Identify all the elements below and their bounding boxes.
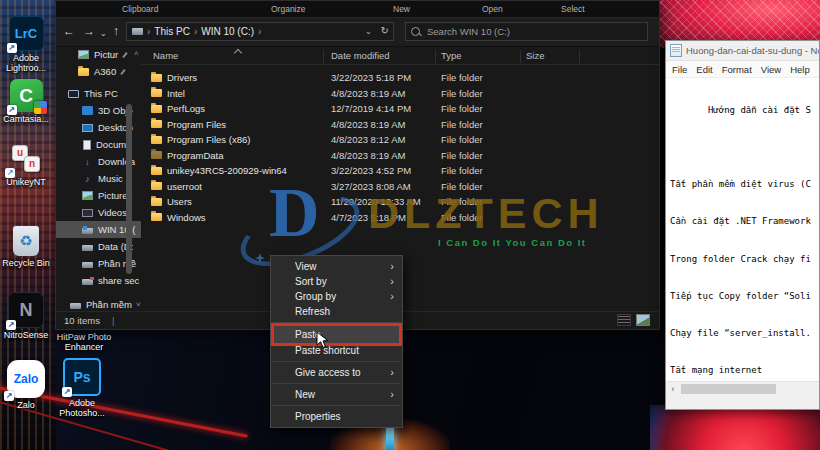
table-row[interactable]: Users 11/29/2020 12:33 AM File folder bbox=[141, 194, 659, 210]
menu-view[interactable]: View bbox=[761, 64, 781, 75]
photoshop-glyph: Ps bbox=[73, 369, 90, 385]
notepad-icon bbox=[670, 44, 682, 57]
column-header-size[interactable]: Size bbox=[526, 50, 544, 61]
desktop-icon-nitrosense[interactable]: N ↗ NitroSense bbox=[0, 292, 52, 340]
sidebar-item-phan-mem-network[interactable]: Phần mềm ˅ bbox=[56, 296, 141, 312]
table-row[interactable]: ProgramData 4/8/2023 8:19 AM File folder bbox=[141, 148, 659, 164]
desktop-icon-unikey[interactable]: u n ↗ UnikeyNT bbox=[0, 145, 52, 187]
thumbnail-view-button[interactable] bbox=[636, 314, 650, 326]
breadcrumb-chevron-icon: › bbox=[258, 26, 261, 37]
menu-separator bbox=[272, 361, 401, 362]
desktop-icon-hitpaw[interactable]: HitPaw Photo Enhancer bbox=[56, 330, 112, 352]
address-dropdown-chevron-icon[interactable]: ⌄ bbox=[365, 27, 372, 36]
forward-button[interactable]: → bbox=[83, 24, 95, 38]
table-row[interactable]: Program Files (x86) 4/8/2023 8:12 AM Fil… bbox=[141, 132, 659, 148]
scroll-left-arrow-icon[interactable]: ‹ bbox=[666, 382, 680, 396]
ribbon-group-open[interactable]: Open bbox=[482, 4, 503, 14]
menu-item-paste[interactable]: Paste bbox=[271, 326, 402, 343]
menu-help[interactable]: Help bbox=[790, 64, 810, 75]
text-line bbox=[670, 141, 819, 153]
sidebar-item-share-sec[interactable]: share sec bbox=[56, 272, 141, 289]
breadcrumb[interactable]: › This PC › WIN 10 (C:) › ⌄ ↻ bbox=[126, 22, 394, 41]
ribbon-group-organize[interactable]: Organize bbox=[271, 4, 306, 14]
up-button[interactable]: ↑ bbox=[113, 24, 119, 38]
unikey-icon: u n ↗ bbox=[8, 145, 44, 175]
camtasia-icon: C ↗ bbox=[10, 79, 43, 112]
notepad-text-area[interactable]: Hướng dẫn cài đặt S Tất phần mềm diệt vi… bbox=[666, 77, 819, 382]
context-menu: View › Sort by › Group by › Refresh Past… bbox=[270, 255, 403, 428]
recycle-bin-icon: ♻ bbox=[13, 226, 39, 256]
column-header-name[interactable]: Name bbox=[153, 50, 178, 61]
pin-icon bbox=[122, 52, 128, 58]
menu-item-new[interactable]: New › bbox=[271, 387, 402, 402]
ribbon-group-select[interactable]: Select bbox=[561, 4, 585, 14]
breadcrumb-drive[interactable]: WIN 10 (C:) bbox=[201, 26, 254, 37]
column-header-type[interactable]: Type bbox=[441, 50, 462, 61]
menu-item-refresh[interactable]: Refresh bbox=[271, 304, 402, 319]
icon-label: Adobe Lightroo... bbox=[0, 53, 52, 73]
this-pc-icon bbox=[68, 90, 79, 98]
table-row[interactable]: Drivers 3/22/2023 5:18 PM File folder bbox=[141, 70, 659, 86]
chevron-down-icon: ˅ bbox=[136, 300, 141, 309]
breadcrumb-this-pc[interactable]: This PC bbox=[154, 26, 190, 37]
shortcut-arrow-icon: ↗ bbox=[62, 387, 72, 397]
videos-icon bbox=[82, 209, 93, 217]
desktop-icon-photoshop[interactable]: Ps ↗ Adobe Photosho... bbox=[56, 358, 108, 418]
notepad-title-bar[interactable]: Huong-dan-cai-dat-su-dung - Note bbox=[666, 41, 819, 61]
keycap-icon: n bbox=[24, 156, 40, 172]
desktop-icon-recycle-bin[interactable]: ♻ Recycle Bin bbox=[0, 226, 52, 268]
refresh-icon[interactable]: ↻ bbox=[381, 25, 389, 36]
search-input[interactable] bbox=[425, 25, 642, 38]
details-view-button[interactable] bbox=[617, 314, 631, 326]
desktop: LrC ↗ Adobe Lightroo... C ↗ Camtasia... … bbox=[0, 0, 820, 450]
sidebar-item-pictures-quick[interactable]: Pictur bbox=[56, 46, 141, 63]
icon-label: Zalo bbox=[0, 400, 52, 410]
table-row[interactable]: PerfLogs 12/7/2019 4:14 PM File folder bbox=[141, 101, 659, 117]
ribbon-group-new[interactable]: New bbox=[393, 4, 410, 14]
music-icon: ♪ bbox=[82, 174, 93, 184]
table-row[interactable]: Windows 4/7/2023 5:18 PM File folder bbox=[141, 210, 659, 226]
menu-item-group-by[interactable]: Group by › bbox=[271, 289, 402, 304]
sidebar-scrollbar[interactable] bbox=[126, 104, 132, 274]
desktop-icon-camtasia[interactable]: C ↗ Camtasia... bbox=[0, 79, 52, 124]
table-row[interactable]: unikey43RC5-200929-win64 3/22/2023 4:52 … bbox=[141, 163, 659, 179]
sidebar-item-this-pc[interactable]: This PC bbox=[56, 85, 141, 102]
icon-label: HitPaw Photo Enhancer bbox=[56, 332, 112, 352]
photoshop-icon: Ps ↗ bbox=[63, 358, 101, 396]
text-line: Cần cài đặt .NET Framework bbox=[670, 215, 819, 227]
table-row[interactable]: Program Files 4/8/2023 8:19 AM File fold… bbox=[141, 117, 659, 133]
menu-format[interactable]: Format bbox=[722, 64, 752, 75]
icon-label: Adobe Photosho... bbox=[56, 398, 108, 418]
table-row[interactable]: userroot 3/27/2023 8:08 AM File folder bbox=[141, 179, 659, 195]
menu-item-give-access-to[interactable]: Give access to › bbox=[271, 365, 402, 380]
table-row[interactable]: Intel 4/8/2023 8:19 AM File folder bbox=[141, 86, 659, 102]
navigation-pane: ˄ Pictur A360 This PC 3D Obje bbox=[56, 46, 141, 312]
submenu-arrow-icon: › bbox=[390, 259, 394, 274]
scrollbar-thumb[interactable] bbox=[681, 384, 776, 394]
menu-item-view[interactable]: View › bbox=[271, 259, 402, 274]
system-drive-icon bbox=[82, 228, 93, 234]
horizontal-scrollbar[interactable]: ‹ bbox=[666, 381, 819, 396]
scroll-up-chevron-icon[interactable]: ˄ bbox=[134, 49, 139, 58]
back-button[interactable]: ← bbox=[63, 24, 75, 38]
menu-item-properties[interactable]: Properties bbox=[271, 409, 402, 424]
nitrosense-glyph: N bbox=[20, 300, 33, 321]
menu-edit[interactable]: Edit bbox=[696, 64, 712, 75]
text-line: Chạy file “server_install. bbox=[670, 327, 819, 339]
column-header-date[interactable]: Date modified bbox=[331, 50, 390, 61]
desktop-icon-lightroom[interactable]: LrC ↗ Adobe Lightroo... bbox=[0, 16, 52, 73]
menu-item-sort-by[interactable]: Sort by › bbox=[271, 274, 402, 289]
recent-locations-chevron-icon[interactable]: ⌄ bbox=[100, 27, 107, 41]
column-headers: Name Date modified Type Size bbox=[141, 46, 659, 65]
folder-icon bbox=[151, 213, 162, 221]
menu-item-paste-shortcut[interactable]: Paste shortcut bbox=[271, 343, 402, 358]
mouse-cursor bbox=[316, 331, 329, 349]
menu-file[interactable]: File bbox=[672, 64, 687, 75]
desktop-icon-zalo[interactable]: Zalo ↗ Zalo bbox=[0, 360, 52, 410]
documents-icon bbox=[83, 140, 91, 150]
sidebar-item-a360[interactable]: A360 bbox=[56, 63, 141, 80]
pictures-icon bbox=[78, 50, 89, 59]
ribbon-group-clipboard[interactable]: Clipboard bbox=[122, 4, 158, 14]
pin-icon bbox=[120, 69, 126, 75]
window-title: Huong-dan-cai-dat-su-dung - Note bbox=[686, 45, 819, 56]
